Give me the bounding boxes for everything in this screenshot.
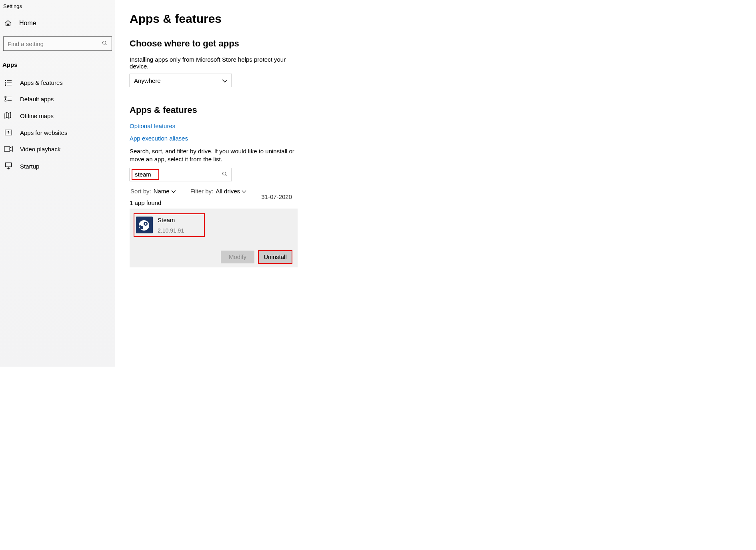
default-apps-icon (4, 96, 13, 102)
svg-rect-17 (4, 147, 10, 151)
svg-point-3 (5, 82, 6, 83)
uninstall-button[interactable]: Uninstall (258, 251, 292, 263)
app-list-search[interactable]: steam (130, 168, 232, 181)
sort-by-value: Name (154, 188, 170, 195)
app-count: 1 app found (130, 199, 498, 206)
video-playback-icon (4, 146, 13, 153)
offline-maps-icon (4, 112, 13, 119)
app-source-value: Anywhere (134, 77, 161, 84)
app-item-version: 2.10.91.91 (158, 227, 184, 234)
search-icon (222, 171, 228, 178)
steam-app-icon (136, 217, 153, 233)
settings-search-input[interactable] (8, 40, 88, 47)
page-title: Apps & features (130, 12, 498, 26)
search-icon (102, 40, 108, 48)
filter-by-label: Filter by: (190, 188, 214, 195)
modify-button: Modify (221, 251, 254, 263)
sidebar-item-apps-features[interactable]: Apps & features (2, 74, 114, 91)
svg-rect-8 (5, 96, 6, 97)
list-description: Search, sort, and filter by drive. If yo… (130, 147, 296, 164)
sidebar-item-startup[interactable]: Startup (2, 157, 114, 175)
filter-by-dropdown[interactable]: Filter by: All drives (190, 188, 246, 195)
apps-for-websites-icon (4, 129, 13, 136)
chevron-down-icon (222, 77, 228, 84)
svg-line-1 (105, 44, 106, 45)
window-title: Settings (2, 2, 114, 16)
main-content: Apps & features Choose where to get apps… (115, 0, 504, 367)
sort-by-label: Sort by: (130, 188, 151, 195)
sidebar-item-label: Default apps (20, 96, 54, 102)
sidebar-item-video-playback[interactable]: Video playback (2, 141, 114, 157)
home-label: Home (19, 20, 36, 27)
svg-rect-9 (5, 100, 6, 101)
sidebar-item-label: Apps & features (20, 79, 63, 86)
sort-by-dropdown[interactable]: Sort by: Name (130, 188, 176, 195)
app-list-search-value: steam (135, 171, 151, 178)
app-execution-aliases-link[interactable]: App execution aliases (130, 135, 498, 142)
svg-marker-18 (10, 147, 12, 151)
svg-point-26 (145, 223, 146, 224)
sidebar-item-label: Startup (20, 163, 39, 170)
sidebar-item-label: Apps for websites (20, 129, 67, 136)
sidebar-item-apps-for-websites[interactable]: Apps for websites (2, 124, 114, 141)
sidebar-item-label: Video playback (20, 146, 60, 153)
sidebar: Settings Home Apps Apps & features Defa (0, 0, 115, 367)
svg-point-2 (5, 80, 6, 81)
home-nav[interactable]: Home (2, 16, 114, 30)
home-icon (4, 20, 12, 27)
app-source-dropdown[interactable]: Anywhere (130, 74, 232, 87)
svg-line-23 (225, 175, 226, 176)
optional-features-link[interactable]: Optional features (130, 122, 498, 129)
app-item-date: 31-07-2020 (261, 193, 292, 200)
apps-features-heading: Apps & features (130, 105, 498, 115)
sidebar-item-label: Offline maps (20, 112, 54, 119)
chevron-down-icon (242, 188, 246, 195)
app-item-name: Steam (158, 217, 184, 223)
apps-features-icon (4, 80, 13, 86)
settings-search[interactable] (3, 36, 112, 51)
chevron-down-icon (171, 188, 176, 195)
sidebar-item-default-apps[interactable]: Default apps (2, 91, 114, 107)
filter-by-value: All drives (216, 188, 240, 195)
svg-rect-19 (6, 163, 12, 167)
app-list-item[interactable]: Steam 2.10.91.91 31-07-2020 Modify Unins… (130, 209, 298, 267)
choose-heading: Choose where to get apps (130, 38, 498, 49)
sidebar-item-offline-maps[interactable]: Offline maps (2, 107, 114, 124)
sidebar-section-title: Apps (2, 60, 114, 74)
choose-description: Installing apps only from Microsoft Stor… (130, 56, 302, 70)
svg-point-4 (5, 84, 6, 85)
startup-icon (4, 162, 13, 170)
